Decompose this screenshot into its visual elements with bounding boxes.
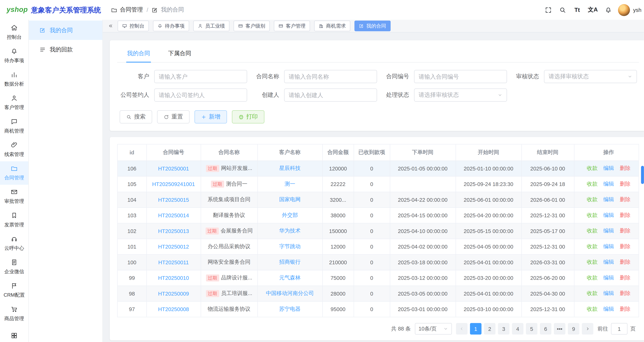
edit-link[interactable]: 编辑 xyxy=(603,306,614,312)
pager-page[interactable]: 4 xyxy=(512,323,524,334)
tab-chip[interactable]: 我的合同 xyxy=(354,21,391,32)
customer-link[interactable]: 字节跳动 xyxy=(279,243,300,249)
tab-chip[interactable]: 客户管理 xyxy=(274,21,310,32)
pager-next[interactable] xyxy=(582,323,594,334)
edit-link[interactable]: 编辑 xyxy=(603,227,614,234)
delete-link[interactable]: 删除 xyxy=(620,243,630,249)
page-size-select[interactable]: 10条/页 xyxy=(415,323,452,334)
filter-input[interactable] xyxy=(159,92,243,98)
filter-input[interactable] xyxy=(289,92,372,98)
contract-code-link[interactable]: HT20250011 xyxy=(158,259,189,265)
receive-link[interactable]: 收款 xyxy=(587,196,598,202)
print-button[interactable]: 打印 xyxy=(232,110,264,123)
customer-link[interactable]: 元气森林 xyxy=(279,274,300,281)
tab-chip[interactable]: 客户级别 xyxy=(234,21,270,32)
edit-link[interactable]: 编辑 xyxy=(603,259,614,265)
customer-link[interactable]: 苏宁电器 xyxy=(279,306,300,312)
rail-item-home[interactable]: 控制台 xyxy=(0,21,28,44)
filter-select[interactable]: 请选择审核状态 xyxy=(544,70,637,83)
rail-item-cart[interactable]: 商品管理 xyxy=(0,302,28,325)
rail-item-mail[interactable]: 审批管理 xyxy=(0,185,28,208)
rail-item-message[interactable]: 商机管理 xyxy=(0,115,28,138)
receive-link[interactable]: 收款 xyxy=(587,306,598,312)
filter-input[interactable] xyxy=(419,73,502,80)
fullscreen-icon[interactable] xyxy=(544,6,552,14)
rail-item-bookmark[interactable]: 发票管理 xyxy=(0,208,28,232)
delete-link[interactable]: 删除 xyxy=(620,181,630,187)
tab-chip[interactable]: 控制台 xyxy=(118,21,149,32)
receive-link[interactable]: 收款 xyxy=(587,165,598,171)
filter-input[interactable] xyxy=(289,73,372,80)
translate-icon[interactable]: 文A xyxy=(588,6,598,14)
collapse-sidebar-button[interactable] xyxy=(105,21,116,32)
tab-chip[interactable]: 员工业绩 xyxy=(193,21,230,32)
pager-page[interactable]: 3 xyxy=(498,323,510,334)
rail-item-chart[interactable]: 数据分析 xyxy=(0,68,28,91)
pager-page[interactable]: 2 xyxy=(484,323,496,334)
delete-link[interactable]: 删除 xyxy=(620,274,630,281)
search-button[interactable]: 搜索 xyxy=(120,110,152,123)
receive-link[interactable]: 收款 xyxy=(587,274,598,281)
rail-item-folder[interactable]: 合同管理 xyxy=(0,161,28,185)
receive-link[interactable]: 收款 xyxy=(587,227,598,234)
receive-link[interactable]: 收款 xyxy=(587,212,598,218)
edit-link[interactable]: 编辑 xyxy=(603,212,614,218)
panel-tab[interactable]: 我的合同 xyxy=(126,46,151,62)
delete-link[interactable]: 删除 xyxy=(620,290,630,296)
apps-grid-icon[interactable] xyxy=(0,332,28,339)
pager-more[interactable]: ••• xyxy=(554,323,566,334)
logo[interactable]: yshop xyxy=(6,6,28,14)
sidebar-item[interactable]: 我的合同 xyxy=(29,21,102,40)
customer-link[interactable]: 星辰科技 xyxy=(279,165,300,171)
rail-item-doc[interactable]: 企业微信 xyxy=(0,255,28,278)
font-size-icon[interactable]: Tt xyxy=(574,6,581,14)
delete-link[interactable]: 删除 xyxy=(620,259,630,265)
tab-chip[interactable]: 商机需求 xyxy=(314,21,350,32)
pager-page[interactable]: 5 xyxy=(526,323,538,334)
rail-item-bell[interactable]: 待办事项 xyxy=(0,44,28,68)
tab-chip[interactable]: 待办事项 xyxy=(153,21,189,32)
delete-link[interactable]: 删除 xyxy=(620,165,630,171)
bell-icon[interactable] xyxy=(605,6,612,14)
contract-code-link[interactable]: HT20250013 xyxy=(158,228,189,234)
search-icon[interactable] xyxy=(559,6,566,14)
edit-link[interactable]: 编辑 xyxy=(603,196,614,202)
pager-page[interactable]: 6 xyxy=(540,323,551,334)
customer-link[interactable]: 测一 xyxy=(284,181,295,187)
contract-code-link[interactable]: HT20250001 xyxy=(158,165,189,171)
contract-code-link[interactable]: HT20250010 xyxy=(158,275,189,281)
panel-tab[interactable]: 下属合同 xyxy=(168,46,192,62)
delete-link[interactable]: 删除 xyxy=(620,306,630,312)
scrollbar-thumb[interactable] xyxy=(641,166,644,184)
contract-code-link[interactable]: HT20250014 xyxy=(158,212,189,218)
customer-link[interactable]: 国家电网 xyxy=(279,196,300,202)
customer-link[interactable]: 华为技术 xyxy=(279,227,300,234)
pager-page[interactable]: 1 xyxy=(470,323,482,334)
contract-code-link[interactable]: HT20250012 xyxy=(158,243,189,250)
add-button[interactable]: 新增 xyxy=(194,110,227,123)
rail-item-headset[interactable]: 云呼中心 xyxy=(0,232,28,255)
delete-link[interactable]: 删除 xyxy=(620,212,630,218)
customer-link[interactable]: 外交部 xyxy=(282,212,298,218)
receive-link[interactable]: 收款 xyxy=(587,290,598,296)
customer-link[interactable]: 中国移动河南分公司 xyxy=(266,290,314,296)
goto-input[interactable] xyxy=(611,323,628,334)
delete-link[interactable]: 删除 xyxy=(620,227,630,234)
pager-prev[interactable] xyxy=(456,323,468,334)
edit-link[interactable]: 编辑 xyxy=(603,165,614,171)
delete-link[interactable]: 删除 xyxy=(620,196,630,202)
edit-link[interactable]: 编辑 xyxy=(603,290,614,296)
contract-code-link[interactable]: HT20250009 xyxy=(158,290,189,296)
rail-item-paperclip[interactable]: 线索管理 xyxy=(0,138,28,161)
reset-button[interactable]: 重置 xyxy=(157,110,190,123)
customer-link[interactable]: 招商银行 xyxy=(279,259,300,265)
receive-link[interactable]: 收款 xyxy=(587,259,598,265)
breadcrumb-item[interactable]: 合同管理 xyxy=(120,6,143,14)
sidebar-item[interactable]: 我的回款 xyxy=(29,40,102,59)
edit-link[interactable]: 编辑 xyxy=(603,274,614,281)
receive-link[interactable]: 收款 xyxy=(587,181,598,187)
avatar[interactable] xyxy=(618,4,630,16)
contract-code-link[interactable]: HT20250015 xyxy=(158,196,189,203)
pager-page[interactable]: 9 xyxy=(568,323,579,334)
rail-item-user[interactable]: 客户管理 xyxy=(0,91,28,114)
